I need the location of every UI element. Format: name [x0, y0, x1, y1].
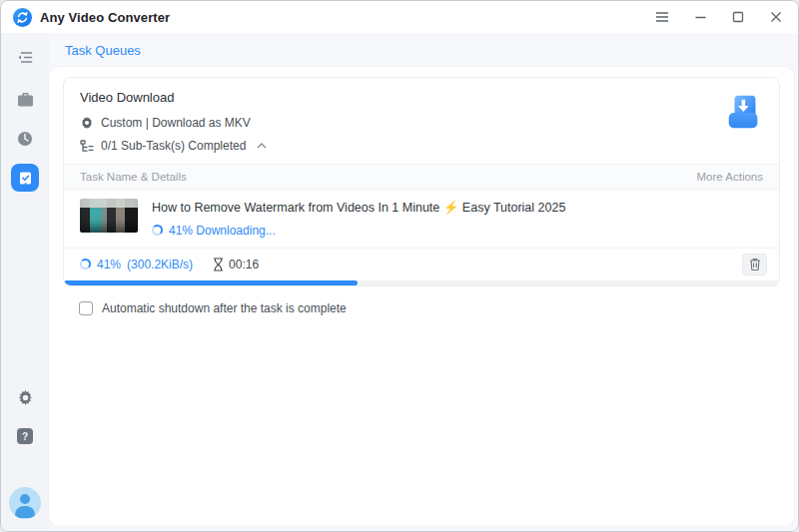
- collapse-sidebar-icon[interactable]: [11, 43, 39, 71]
- app-window: Any Video Converter: [0, 0, 799, 532]
- profile-row: Custom | Download as MKV: [80, 116, 763, 130]
- subtask-tree-icon: [80, 140, 94, 153]
- task-queues-panel: Video Download Custom | Download as MKV: [49, 67, 794, 526]
- subtask-summary-row[interactable]: 0/1 Sub-Task(s) Completed: [80, 139, 763, 153]
- sidebar-item-task-queues[interactable]: [11, 164, 39, 192]
- column-task-name: Task Name & Details: [80, 171, 187, 183]
- shutdown-option-row: Automatic shutdown after the task is com…: [79, 301, 780, 315]
- task-title: How to Remove Watermark from Videos In 1…: [152, 201, 763, 217]
- shutdown-checkbox[interactable]: [79, 301, 93, 315]
- column-more-actions: More Actions: [697, 171, 763, 183]
- task-group-title: Video Download: [80, 90, 763, 105]
- group-progress-row: 41% (300.2KiB/s) 00:16: [64, 248, 779, 280]
- app-menu-icon[interactable]: [654, 9, 670, 25]
- profile-label: Custom | Download as MKV: [101, 116, 251, 130]
- maximize-button[interactable]: [730, 9, 746, 25]
- download-speed: (300.2KiB/s): [127, 258, 193, 271]
- profile-gear-icon: [80, 116, 94, 130]
- progress-track: [64, 280, 779, 285]
- downloading-spinner-icon: [152, 225, 163, 236]
- progress-fill: [64, 280, 358, 285]
- app-logo-icon: [13, 8, 32, 27]
- tab-bar: Task Queues: [49, 33, 798, 67]
- tab-task-queues[interactable]: Task Queues: [57, 39, 149, 62]
- sidebar: ?: [1, 33, 49, 531]
- toolbox-icon[interactable]: [11, 86, 39, 114]
- close-button[interactable]: [768, 9, 784, 25]
- shutdown-label: Automatic shutdown after the task is com…: [102, 301, 347, 315]
- main-content: Task Queues Video Download Custom | Down…: [49, 33, 798, 531]
- subtask-summary-label: 0/1 Sub-Task(s) Completed: [101, 139, 246, 153]
- task-group-card: Video Download Custom | Download as MKV: [63, 77, 780, 286]
- trash-icon: [749, 258, 761, 270]
- help-icon[interactable]: ?: [11, 422, 39, 450]
- minimize-button[interactable]: [692, 9, 708, 25]
- progress-percent: 41%: [97, 258, 121, 271]
- task-table-header: Task Name & Details More Actions: [64, 164, 779, 190]
- title-bar: Any Video Converter: [1, 1, 798, 33]
- app-title: Any Video Converter: [40, 10, 170, 25]
- progress-spinner-icon: [80, 259, 91, 269]
- hourglass-icon: [213, 258, 224, 271]
- video-thumbnail: [80, 199, 138, 233]
- delete-task-button[interactable]: [742, 254, 767, 275]
- download-badge-icon: [723, 92, 765, 134]
- task-row[interactable]: How to Remove Watermark from Videos In 1…: [64, 190, 779, 248]
- chevron-up-icon: [257, 143, 267, 149]
- user-avatar[interactable]: [9, 487, 41, 519]
- time-remaining: 00:16: [229, 258, 259, 271]
- settings-gear-icon[interactable]: [11, 383, 39, 411]
- history-clock-icon[interactable]: [11, 125, 39, 153]
- task-status-label: 41% Downloading...: [169, 224, 276, 238]
